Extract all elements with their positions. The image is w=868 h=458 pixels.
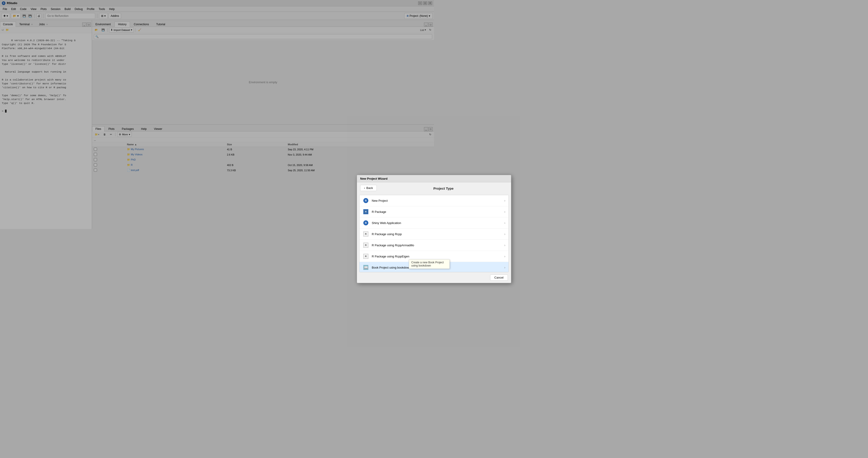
modal-overlay: New Project Wizard ‹ Back Project Type R (0, 0, 434, 229)
back-button[interactable]: ‹ Back (360, 185, 377, 191)
new-project-wizard-dialog: New Project Wizard ‹ Back Project Type R (357, 175, 434, 229)
r-package-label: R Package (372, 210, 386, 213)
project-item-r-package[interactable]: R R Package › (360, 206, 434, 218)
project-type-list: R New Project › R R Package › (359, 195, 434, 229)
dialog-project-type-heading: Project Type (379, 183, 434, 193)
shiny-label: Shiny Web Application (372, 221, 401, 225)
new-project-icon: R (363, 197, 369, 204)
back-chevron-icon: ‹ (364, 186, 365, 190)
dialog-body: ‹ Back Project Type R New Project › (357, 182, 434, 229)
shiny-icon: R (363, 220, 369, 226)
dialog-back-row: ‹ Back Project Type (357, 182, 434, 195)
project-item-shiny[interactable]: R Shiny Web Application › (360, 218, 434, 229)
project-item-rcpp[interactable]: R R Package using Rcpp › (360, 229, 434, 229)
r-package-icon: R (363, 208, 369, 215)
dialog-header: New Project Wizard (357, 175, 434, 182)
new-project-label: New Project (372, 199, 388, 202)
project-item-new-project[interactable]: R New Project › (360, 195, 434, 206)
